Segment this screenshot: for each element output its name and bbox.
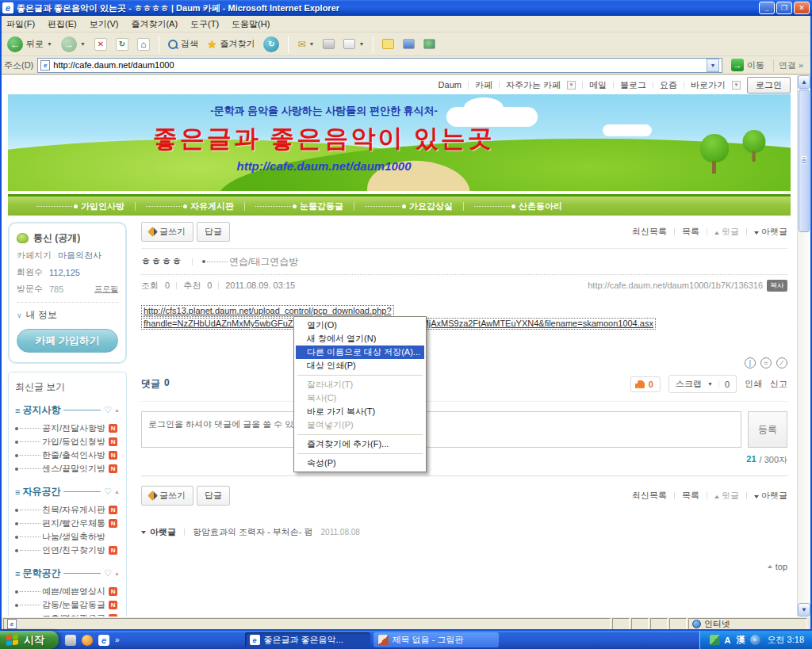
portal-link-shortcut[interactable]: 바로가기 [691,79,726,91]
copy-url-button[interactable]: 복사 [767,280,787,292]
my-info-toggle[interactable]: ∨내 정보 [17,308,118,322]
cafe-nav-music[interactable]: 가요감상실 [365,200,453,212]
stop-button[interactable]: ✕ [92,38,109,51]
context-print-target[interactable]: 대상 인쇄(P) [296,359,424,372]
board-link[interactable]: 한줄/출석인사방N [15,449,120,462]
scrollbar-thumb[interactable] [799,90,810,232]
board-link[interactable]: 나눔/생일축하방 [15,530,120,544]
font-size-icon[interactable]: | [745,357,756,368]
forward-button[interactable]: → ▼ [59,36,88,52]
owner-name[interactable]: 마음의천사 [58,250,102,262]
menu-favorites[interactable]: 즐겨찾기(A) [131,18,178,30]
next-post-title-link[interactable]: 항암효과의 조력자 - 부처손- 펌 [193,526,313,538]
vertical-scrollbar[interactable]: ▲ ▼ [797,75,810,617]
portal-link-blog[interactable]: 블로그 [620,79,646,91]
reply-button[interactable]: 답글 [197,222,230,242]
favorites-button[interactable]: ★ 즐겨찾기 [205,38,258,51]
quick-launch-desktop-icon[interactable] [65,635,76,646]
restore-button[interactable]: ❐ [776,2,792,14]
prev-post-link[interactable]: 윗글 [714,226,739,238]
context-add-favorite[interactable]: 즐겨찾기에 추가(F)... [296,437,424,451]
portal-link-mail[interactable]: 메일 [589,79,607,91]
reply-button[interactable]: 답글 [197,486,230,506]
history-button[interactable]: ↻ [261,36,282,52]
prev-post-link[interactable]: 윗글 [714,490,739,502]
context-save-target-as[interactable]: 다른 이름으로 대상 저장(A)... [296,345,424,359]
portal-link-daum[interactable]: Daum [439,80,462,90]
back-dropdown-icon[interactable]: ▼ [47,41,52,47]
write-button[interactable]: 글쓰기 [141,222,193,242]
collapse-icon[interactable]: ▲ [114,489,120,494]
menu-view[interactable]: 보기(V) [90,18,119,30]
ime-hanja-indicator[interactable]: 漢 [736,634,746,646]
forward-dropdown-icon[interactable]: ▼ [80,41,86,47]
minimize-button[interactable]: _ [759,2,775,14]
start-button[interactable]: 시작 [0,631,59,649]
quick-launch-ie-icon[interactable]: e [98,635,109,646]
like-button[interactable]: 0 [630,376,661,392]
address-input[interactable]: e http://cafe.daum.net/daum1000 ▼ [37,58,722,73]
edit-button[interactable]: ▼ [341,39,366,49]
discuss-button[interactable] [380,39,396,49]
mail-dropdown-icon[interactable]: ▼ [309,41,315,47]
home-button[interactable]: ⌂ [135,38,152,51]
cafe-nav-free-board[interactable]: 자유게시판 [146,200,234,212]
comment-submit-button[interactable]: 등록 [748,411,787,448]
board-link[interactable]: 감동/눈물감동글N [15,598,120,612]
back-button[interactable]: ← 뒤로 ▼ [5,36,55,52]
task-button-ie[interactable]: e좋은글과 좋은음악... [245,632,370,647]
back-to-top-link[interactable]: top [141,562,787,571]
media-button[interactable] [400,39,417,49]
post-board-link[interactable]: 연습/태그연습방 [202,255,298,269]
menu-tools[interactable]: 도구(T) [190,18,219,30]
next-post-link[interactable]: 아랫글 [754,490,787,502]
latest-list-link[interactable]: 최신목록 [632,490,667,502]
links-toolbar[interactable]: 연결 » [773,59,808,71]
menu-help[interactable]: 도움말(H) [232,18,270,30]
download-link-line1[interactable]: http://cfs13.planet.daum.net/upload_cont… [141,305,394,317]
login-button[interactable]: 로그인 [747,77,791,94]
recent-posts-link[interactable]: 최신글 보기 [15,380,120,394]
quick-launch-more-icon[interactable]: » [115,636,120,644]
collapse-icon[interactable]: ▲ [114,407,120,413]
menu-file[interactable]: 파일(F) [6,18,35,30]
board-link[interactable]: 친목/자유게시판N [15,503,120,517]
search-button[interactable]: 검색 [166,38,201,50]
cafe-nav-greeting[interactable]: 가입인사방 [36,200,124,212]
scrap-button[interactable]: 스크랩▼0 [668,375,737,393]
join-cafe-button[interactable]: 카페 가입하기 [17,329,118,353]
board-link[interactable]: 가입/등업신청방N [15,435,120,449]
write-button[interactable]: 글쓰기 [141,486,193,506]
context-copy-shortcut[interactable]: 바로 가기 복사(T) [296,405,424,418]
context-open-new-window[interactable]: 새 창에서 열기(N) [296,332,424,345]
scroll-up-button[interactable]: ▲ [798,75,810,89]
portal-link-yozm[interactable]: 요즘 [660,79,677,91]
board-link[interactable]: 공지/전달사항방N [15,422,120,435]
task-button-paint[interactable]: 제목 없음 - 그림판 [373,632,499,647]
latest-list-link[interactable]: 최신목록 [632,226,667,238]
board-link[interactable]: 센스/끝말잇기방N [15,462,120,475]
mail-button[interactable]: ✉ ▼ [295,39,316,50]
portal-link-cafe[interactable]: 카페 [475,79,492,91]
scrap-dropdown-icon[interactable]: ▼ [707,381,713,387]
go-button[interactable]: → 이동 [726,57,769,73]
context-properties[interactable]: 속성(P) [296,456,424,470]
close-button[interactable]: ✕ [794,2,810,14]
context-open[interactable]: 열기(O) [296,319,424,332]
refresh-button[interactable]: ↻ [113,38,131,51]
comment-input[interactable]: 로그인을 하셔야 댓글에 글을 쓸 수 있습니다. [141,411,741,448]
menu-edit[interactable]: 편집(E) [48,18,77,30]
edit-dropdown-icon[interactable]: ▼ [358,41,364,47]
sound-off-icon[interactable]: ⁄ [776,357,787,368]
list-link[interactable]: 목록 [682,490,699,502]
messenger-button[interactable] [421,39,438,49]
tray-hide-icons-button[interactable]: « [750,635,760,645]
report-link[interactable]: 신고 [770,378,787,390]
favorite-cafes-dropdown-icon[interactable]: ▼ [567,81,576,90]
profile-link[interactable]: 프로필 [94,284,118,295]
list-link[interactable]: 목록 [682,226,699,238]
scroll-down-button[interactable]: ▼ [798,603,810,617]
cafe-nav-touching[interactable]: 눈물감동글 [255,200,343,212]
print-button[interactable] [320,39,337,49]
quick-launch-browser-icon[interactable] [82,635,93,646]
